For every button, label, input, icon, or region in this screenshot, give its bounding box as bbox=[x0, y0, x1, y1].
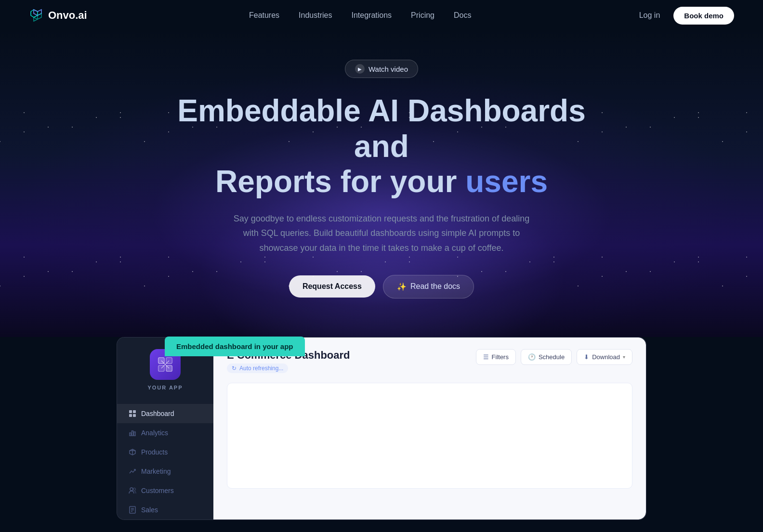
nav-integrations[interactable]: Integrations bbox=[351, 11, 392, 19]
app-logo-svg bbox=[157, 356, 174, 373]
svg-rect-7 bbox=[133, 414, 136, 417]
logo[interactable]: Onvo.ai bbox=[29, 8, 87, 23]
demo-section: Embedded dashboard in your app YOUR A bbox=[0, 337, 763, 520]
logo-icon bbox=[29, 8, 44, 23]
play-icon: ▶ bbox=[355, 64, 365, 74]
download-label: Download bbox=[592, 353, 620, 361]
sidebar-item-products[interactable]: Products bbox=[117, 442, 213, 462]
dashboard-content bbox=[227, 383, 632, 489]
read-docs-label: Read the docs bbox=[410, 282, 460, 291]
demo-wrapper: Embedded dashboard in your app YOUR A bbox=[117, 337, 646, 520]
watch-video-label: Watch video bbox=[368, 65, 408, 73]
app-frame: YOUR APP Dashboard Analytics Products bbox=[117, 337, 646, 520]
grid-icon bbox=[129, 410, 136, 417]
receipt-icon bbox=[129, 506, 136, 514]
refresh-icon: ↻ bbox=[232, 365, 237, 372]
svg-point-12 bbox=[133, 488, 136, 490]
schedule-button[interactable]: 🕐 Schedule bbox=[521, 349, 572, 365]
users-icon bbox=[129, 487, 136, 494]
hero-title-part2: Reports for your bbox=[215, 164, 465, 199]
trending-icon bbox=[129, 467, 136, 475]
embedded-badge: Embedded dashboard in your app bbox=[165, 337, 305, 356]
bar-chart-icon bbox=[129, 429, 136, 437]
dashboard-main: E Commerce Dashboard ↻ Auto refreshing..… bbox=[213, 337, 646, 519]
nav-industries[interactable]: Industries bbox=[299, 11, 332, 19]
box-icon bbox=[129, 448, 136, 456]
app-name-label: YOUR APP bbox=[147, 385, 183, 390]
hero-actions: Request Access ✨ Read the docs bbox=[10, 275, 753, 298]
dashboard-actions: ☰ Filters 🕐 Schedule ⬇ Download ▾ bbox=[476, 349, 632, 365]
watch-video-button[interactable]: ▶ Watch video bbox=[345, 60, 418, 78]
login-button[interactable]: Log in bbox=[633, 7, 666, 24]
logo-text: Onvo.ai bbox=[48, 9, 87, 22]
schedule-label: Schedule bbox=[539, 353, 565, 361]
svg-rect-6 bbox=[129, 414, 132, 417]
filter-icon: ☰ bbox=[483, 353, 489, 361]
download-icon: ⬇ bbox=[584, 353, 589, 361]
wand-icon: ✨ bbox=[397, 282, 407, 291]
auto-refresh-badge: ↻ Auto refreshing... bbox=[227, 363, 288, 373]
svg-point-11 bbox=[130, 488, 133, 491]
svg-rect-8 bbox=[130, 433, 131, 436]
filters-label: Filters bbox=[492, 353, 509, 361]
sidebar-marketing-label: Marketing bbox=[141, 467, 171, 475]
hero-subtitle: Say goodbye to endless customization req… bbox=[227, 211, 536, 256]
svg-rect-10 bbox=[134, 432, 135, 436]
hero-section: ▶ Watch video Embeddable AI Dashboards a… bbox=[0, 31, 763, 337]
nav-docs[interactable]: Docs bbox=[454, 11, 471, 19]
nav-actions: Log in Book demo bbox=[633, 7, 734, 25]
sidebar-item-marketing[interactable]: Marketing bbox=[117, 462, 213, 481]
nav-features[interactable]: Features bbox=[249, 11, 279, 19]
nav-pricing[interactable]: Pricing bbox=[411, 11, 434, 19]
download-button[interactable]: ⬇ Download ▾ bbox=[577, 349, 632, 365]
read-docs-button[interactable]: ✨ Read the docs bbox=[383, 275, 474, 298]
filters-button[interactable]: ☰ Filters bbox=[476, 349, 516, 365]
sidebar-analytics-label: Analytics bbox=[141, 429, 168, 437]
hero-title-highlight: users bbox=[465, 164, 548, 199]
svg-rect-4 bbox=[129, 410, 132, 413]
sidebar-item-customers[interactable]: Customers bbox=[117, 481, 213, 500]
svg-rect-5 bbox=[133, 410, 136, 413]
sidebar-customers-label: Customers bbox=[141, 487, 174, 494]
request-access-button[interactable]: Request Access bbox=[289, 275, 375, 298]
sidebar-item-analytics[interactable]: Analytics bbox=[117, 423, 213, 442]
auto-refresh-label: Auto refreshing... bbox=[239, 365, 283, 372]
app-sidebar: YOUR APP Dashboard Analytics Products bbox=[117, 337, 213, 519]
hero-content: ▶ Watch video Embeddable AI Dashboards a… bbox=[10, 60, 753, 298]
clock-icon: 🕐 bbox=[528, 353, 536, 361]
chevron-down-icon: ▾ bbox=[623, 354, 625, 360]
sidebar-products-label: Products bbox=[141, 448, 168, 456]
nav-links: Features Industries Integrations Pricing… bbox=[249, 11, 471, 20]
sidebar-dashboard-label: Dashboard bbox=[141, 410, 174, 417]
navbar: Onvo.ai Features Industries Integrations… bbox=[0, 0, 763, 31]
hero-title: Embeddable AI Dashboards and Reports for… bbox=[165, 93, 598, 200]
book-demo-button[interactable]: Book demo bbox=[673, 7, 734, 25]
sidebar-nav: Dashboard Analytics Products Marketing bbox=[117, 404, 213, 519]
sidebar-sales-label: Sales bbox=[141, 506, 158, 514]
hero-title-part1: Embeddable AI Dashboards and bbox=[177, 93, 586, 164]
svg-rect-9 bbox=[132, 431, 133, 436]
sidebar-item-dashboard[interactable]: Dashboard bbox=[117, 404, 213, 423]
sidebar-item-sales[interactable]: Sales bbox=[117, 500, 213, 519]
